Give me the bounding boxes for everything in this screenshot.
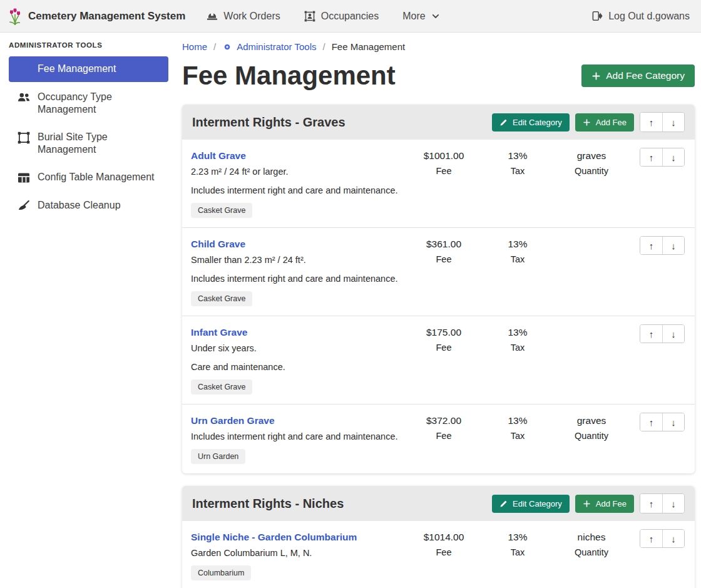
fee-name-link[interactable]: Infant Grave bbox=[191, 324, 247, 340]
gear-icon bbox=[222, 42, 232, 52]
logout-label: Log Out d.gowans bbox=[608, 11, 690, 22]
plus-icon bbox=[583, 500, 591, 508]
quantity-column bbox=[555, 324, 628, 395]
users-icon bbox=[18, 91, 30, 104]
breadcrumb-admin-tools-label: Administrator Tools bbox=[237, 41, 316, 52]
move-fee-down-button[interactable]: ↓ bbox=[662, 413, 684, 431]
fee-row: Adult Grave 2.23 m² / 24 ft² or larger.I… bbox=[182, 140, 695, 227]
nav-item[interactable]: Work Orders bbox=[207, 11, 280, 22]
tax-label: Tax bbox=[489, 252, 546, 267]
app-brand[interactable]: Cemetery Management System bbox=[8, 8, 185, 25]
tax-label: Tax bbox=[489, 340, 546, 356]
fee-name-link[interactable]: Child Grave bbox=[191, 236, 245, 252]
arrow-up-icon: ↑ bbox=[649, 534, 654, 544]
add-fee-category-button[interactable]: Add Fee Category bbox=[581, 64, 695, 87]
nav-item[interactable]: Occupancies bbox=[304, 11, 379, 22]
pencil-icon bbox=[499, 500, 508, 508]
sidebar-item-config-table-management[interactable]: Config Table Management bbox=[9, 165, 168, 190]
table-icon bbox=[18, 172, 30, 184]
arrow-down-icon: ↓ bbox=[671, 534, 676, 544]
move-fee-up-button[interactable]: ↑ bbox=[640, 413, 662, 431]
move-fee-up-button[interactable]: ↑ bbox=[640, 148, 662, 166]
add-fee-button[interactable]: Add Fee bbox=[575, 495, 634, 513]
tulip-logo-icon bbox=[8, 8, 23, 25]
plus-icon bbox=[583, 118, 591, 126]
move-fee-up-button[interactable]: ↑ bbox=[640, 325, 662, 343]
move-category-up-button[interactable]: ↑ bbox=[640, 494, 662, 513]
category-actions: Edit Category Add Fee ↑ ↓ bbox=[492, 112, 685, 132]
arrow-down-icon: ↓ bbox=[671, 498, 676, 509]
category-reorder-buttons: ↑ ↓ bbox=[640, 493, 685, 513]
fee-reorder-buttons: ↑ ↓ bbox=[640, 148, 685, 167]
tax-value: 13% bbox=[489, 413, 546, 428]
nav-item[interactable]: More bbox=[402, 11, 439, 22]
tax-label: Tax bbox=[489, 163, 546, 179]
arrow-down-icon: ↓ bbox=[671, 152, 676, 163]
quantity-unit: niches bbox=[555, 529, 628, 545]
tax-value: 13% bbox=[489, 529, 546, 545]
add-fee-button[interactable]: Add Fee bbox=[575, 113, 634, 132]
fee-name-link[interactable]: Adult Grave bbox=[191, 148, 246, 163]
fee-row: Child Grave Smaller than 2.23 m² / 24 ft… bbox=[182, 227, 695, 316]
arrow-up-icon: ↑ bbox=[649, 117, 654, 128]
arrow-down-icon: ↓ bbox=[671, 329, 676, 339]
move-fee-up-button[interactable]: ↑ bbox=[640, 530, 662, 547]
hard-hat-icon bbox=[207, 11, 218, 22]
fee-amount-column: $175.00 Fee bbox=[407, 324, 481, 395]
move-fee-up-button[interactable]: ↑ bbox=[640, 237, 662, 254]
quantity-label: Quantity bbox=[555, 163, 628, 179]
tax-value: 13% bbox=[489, 148, 546, 163]
broom-icon bbox=[18, 200, 30, 212]
fee-amount: $372.00 bbox=[407, 413, 481, 428]
fee-name-link[interactable]: Urn Garden Grave bbox=[191, 413, 275, 428]
fee-description: Garden Columbarium L, M, N. bbox=[191, 545, 407, 560]
logout-button[interactable]: Log Out d.gowans bbox=[592, 11, 690, 22]
tax-column: 13% Tax bbox=[489, 529, 546, 580]
arrow-down-icon: ↓ bbox=[671, 117, 676, 128]
tax-label: Tax bbox=[489, 428, 546, 444]
fee-type-badge: Urn Garden bbox=[191, 449, 245, 464]
move-fee-down-button[interactable]: ↓ bbox=[662, 325, 684, 343]
fee-name-link[interactable]: Single Niche - Garden Columbarium bbox=[191, 529, 357, 545]
edit-category-button[interactable]: Edit Category bbox=[492, 495, 570, 513]
occupancy-frame-icon bbox=[304, 11, 315, 22]
breadcrumb-admin-tools-link[interactable]: Administrator Tools bbox=[222, 41, 316, 52]
categories: Interment Rights - Graves Edit Category … bbox=[182, 105, 695, 588]
category-title: Interment Rights - Graves bbox=[192, 115, 345, 130]
category-header: Interment Rights - Niches Edit Category … bbox=[182, 486, 695, 521]
tax-column: 13% Tax bbox=[489, 413, 546, 464]
fee-type-badge: Casket Grave bbox=[191, 203, 252, 218]
fee-amount-column: $361.00 Fee bbox=[407, 236, 481, 306]
fee-amount: $1014.00 bbox=[407, 529, 481, 545]
move-fee-down-button[interactable]: ↓ bbox=[662, 148, 684, 166]
sidebar-item-fee-management[interactable]: Fee Management bbox=[9, 56, 168, 82]
edit-category-button[interactable]: Edit Category bbox=[492, 113, 570, 132]
sidebar-item-database-cleanup[interactable]: Database Cleanup bbox=[9, 193, 168, 219]
fee-description: Under six years. bbox=[191, 341, 407, 356]
category-actions: Edit Category Add Fee ↑ ↓ bbox=[492, 493, 685, 513]
sidebar-item-occupancy-type-management[interactable]: Occupancy Type Management bbox=[9, 85, 168, 122]
arrow-up-icon: ↑ bbox=[649, 417, 654, 428]
sidebar-item-burial-site-type-management[interactable]: Burial Site Type Management bbox=[9, 125, 168, 162]
fee-reorder-buttons: ↑ ↓ bbox=[640, 529, 685, 548]
fee-type-badge: Columbarium bbox=[191, 565, 251, 580]
breadcrumb-separator: / bbox=[213, 41, 216, 52]
breadcrumb-home-link[interactable]: Home bbox=[182, 41, 207, 52]
tax-column: 13% Tax bbox=[489, 148, 546, 218]
move-fee-down-button[interactable]: ↓ bbox=[662, 237, 684, 254]
breadcrumb: Home / Administrator Tools / Fee Managem… bbox=[182, 41, 695, 52]
arrow-up-icon: ↑ bbox=[649, 152, 654, 163]
sidebar-heading: ADMINISTRATOR TOOLS bbox=[9, 41, 168, 49]
move-category-down-button[interactable]: ↓ bbox=[662, 113, 684, 132]
quantity-label: Quantity bbox=[555, 428, 628, 444]
top-navbar: Cemetery Management System Work Orders O… bbox=[0, 0, 701, 33]
fee-row: Single Niche - Garden Columbarium Garden… bbox=[182, 521, 695, 588]
move-category-up-button[interactable]: ↑ bbox=[640, 113, 662, 132]
move-fee-down-button[interactable]: ↓ bbox=[662, 530, 684, 547]
fee-description: Includes interment right and care and ma… bbox=[191, 183, 407, 198]
move-category-down-button[interactable]: ↓ bbox=[662, 494, 684, 513]
app-title: Cemetery Management System bbox=[28, 10, 185, 23]
tax-value: 13% bbox=[489, 236, 546, 252]
arrow-up-icon: ↑ bbox=[649, 329, 654, 339]
sidebar-nav: Fee Management Occupancy Type Management… bbox=[9, 56, 168, 221]
